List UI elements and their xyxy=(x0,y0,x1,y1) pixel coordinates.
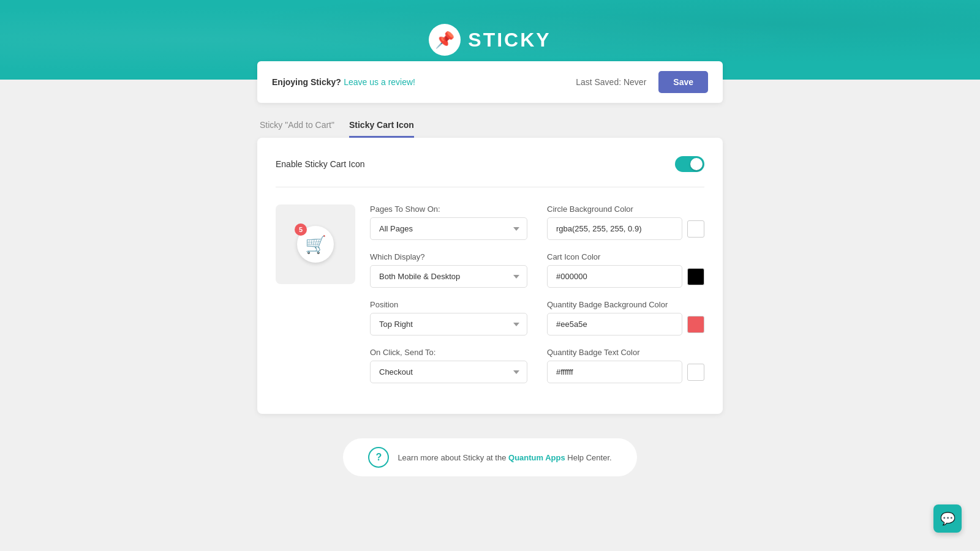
position-group: Position Top Right Top Left Bottom Right… xyxy=(370,300,527,335)
footer-text-after: Help Center. xyxy=(567,453,611,462)
qty-badge-text-color-group: Quantity Badge Text Color #ffffff xyxy=(547,348,704,383)
enjoying-text: Enjoying Sticky? xyxy=(272,77,341,87)
help-circle-icon: ? xyxy=(368,447,389,468)
logo-text: STICKY xyxy=(468,29,551,51)
on-click-send-to-group: On Click, Send To: Checkout Cart Page xyxy=(370,348,527,383)
pages-to-show-group: Pages To Show On: All Pages Home Page Pr… xyxy=(370,204,527,240)
tabs: Sticky "Add to Cart" Sticky Cart Icon xyxy=(257,120,723,138)
qty-badge-text-color-input[interactable]: #ffffff xyxy=(547,361,682,383)
enable-row: Enable Sticky Cart Icon xyxy=(276,156,704,187)
on-click-label: On Click, Send To: xyxy=(370,348,527,357)
save-button[interactable]: Save xyxy=(658,71,708,93)
cart-icon-color-input[interactable]: #000000 xyxy=(547,265,682,288)
logo-pin-icon: 📌 xyxy=(435,31,454,50)
content-area: 5 🛒 Pages To Show On: All Pages Home Pag… xyxy=(276,204,704,395)
qty-badge-bg-color-wrap: #ee5a5e xyxy=(547,313,704,335)
tab-sticky-cart-icon[interactable]: Sticky Cart Icon xyxy=(349,120,414,138)
qty-badge-text-color-swatch[interactable] xyxy=(687,364,704,381)
circle-bg-color-wrap: rgba(255, 255, 255, 0.9) xyxy=(547,217,704,240)
footer-quantum-link[interactable]: Quantum Apps xyxy=(508,453,565,462)
pages-to-show-select[interactable]: All Pages Home Page Product Pages Collec… xyxy=(370,217,527,240)
position-label: Position xyxy=(370,300,527,309)
cart-badge: 5 xyxy=(295,223,307,236)
which-display-group: Which Display? Both Mobile & Desktop Mob… xyxy=(370,252,527,288)
enjoying-text-area: Enjoying Sticky? Leave us a review! xyxy=(272,77,415,88)
main-container: Enjoying Sticky? Leave us a review! Last… xyxy=(245,61,735,501)
cart-icon-wrap: 5 🛒 xyxy=(297,226,334,263)
cart-preview: 5 🛒 xyxy=(276,204,355,284)
logo: 📌 STICKY xyxy=(429,24,551,56)
cart-icon-color-label: Cart Icon Color xyxy=(547,252,704,261)
form-columns: Pages To Show On: All Pages Home Page Pr… xyxy=(370,204,704,395)
which-display-label: Which Display? xyxy=(370,252,527,261)
footer-text: Learn more about Sticky at the Quantum A… xyxy=(398,453,611,462)
position-select[interactable]: Top Right Top Left Bottom Right Bottom L… xyxy=(370,313,527,335)
enable-label: Enable Sticky Cart Icon xyxy=(276,159,365,169)
settings-panel: Enable Sticky Cart Icon 5 🛒 Pages To Sho… xyxy=(257,138,723,414)
tab-add-to-cart[interactable]: Sticky "Add to Cart" xyxy=(260,120,334,138)
cart-svg-icon: 🛒 xyxy=(305,234,326,255)
qty-badge-bg-color-label: Quantity Badge Background Color xyxy=(547,300,704,309)
cart-icon-color-wrap: #000000 xyxy=(547,265,704,288)
footer-info: ? Learn more about Sticky at the Quantum… xyxy=(343,438,637,476)
circle-bg-color-group: Circle Background Color rgba(255, 255, 2… xyxy=(547,204,704,240)
cart-icon-color-group: Cart Icon Color #000000 xyxy=(547,252,704,288)
cart-icon-color-swatch[interactable] xyxy=(687,268,704,285)
top-bar-right: Last Saved: Never Save xyxy=(576,71,708,93)
last-saved-text: Last Saved: Never xyxy=(576,77,646,87)
top-bar: Enjoying Sticky? Leave us a review! Last… xyxy=(257,61,723,103)
form-col-left: Pages To Show On: All Pages Home Page Pr… xyxy=(370,204,527,395)
qty-badge-bg-color-input[interactable]: #ee5a5e xyxy=(547,313,682,335)
review-link[interactable]: Leave us a review! xyxy=(344,77,415,87)
circle-bg-color-swatch[interactable] xyxy=(687,220,704,238)
circle-bg-color-input[interactable]: rgba(255, 255, 255, 0.9) xyxy=(547,217,682,240)
logo-circle: 📌 xyxy=(429,24,461,56)
form-col-right: Circle Background Color rgba(255, 255, 2… xyxy=(547,204,704,395)
enable-toggle[interactable] xyxy=(675,156,704,172)
footer-text-before: Learn more about Sticky at the xyxy=(398,453,506,462)
circle-bg-color-label: Circle Background Color xyxy=(547,204,704,214)
qty-badge-bg-color-group: Quantity Badge Background Color #ee5a5e xyxy=(547,300,704,335)
on-click-select[interactable]: Checkout Cart Page xyxy=(370,361,527,383)
qty-badge-bg-color-swatch[interactable] xyxy=(687,316,704,333)
qty-badge-text-color-wrap: #ffffff xyxy=(547,361,704,383)
chat-button[interactable]: 💬 xyxy=(933,504,962,533)
which-display-select[interactable]: Both Mobile & Desktop Mobile Only Deskto… xyxy=(370,265,527,288)
qty-badge-text-color-label: Quantity Badge Text Color xyxy=(547,348,704,357)
pages-to-show-label: Pages To Show On: xyxy=(370,204,527,214)
chat-icon: 💬 xyxy=(940,511,956,526)
